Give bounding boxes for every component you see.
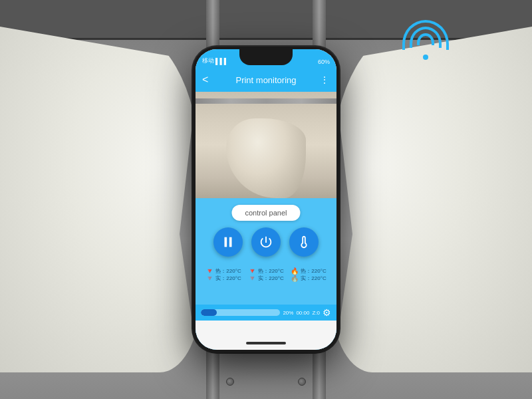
temperature-button[interactable]: [289, 227, 319, 257]
svg-rect-1: [229, 237, 231, 247]
wing-left: [0, 27, 200, 372]
bed-icon-b: 🔥: [291, 275, 299, 282]
progress-percent: 20%: [283, 310, 293, 316]
pause-icon: [221, 235, 235, 249]
settings-icon[interactable]: ⚙: [323, 307, 331, 318]
printer-rail: [196, 98, 336, 104]
progress-time: 00:00: [296, 310, 309, 316]
temp-actual-2: 实：220°C: [258, 275, 283, 282]
signal-icon: ▌▌▌: [215, 58, 228, 65]
nozzle-icon-2: 🔻: [248, 267, 256, 275]
nozzle-icon-1: 🔻: [205, 267, 213, 275]
temp-group-2: 🔻 热：220°C 🔻 实：220°C: [248, 267, 283, 282]
temp-row-3: 🔥 热：220°C: [291, 267, 326, 275]
svg-rect-0: [224, 237, 227, 247]
print-object: [226, 118, 306, 198]
progress-bar-fill: [201, 309, 217, 316]
temp-hot-2: 热：220°C: [258, 267, 283, 275]
phone-notch: [239, 49, 293, 65]
temp-actual-3: 实：220°C: [301, 275, 326, 282]
temperature-info: 🔻 热：220°C 🔻 实：220°C 🔻 热：220°C 🔻: [196, 267, 336, 282]
status-left: 移动 ▌▌▌: [202, 57, 228, 65]
thermometer-icon: [297, 235, 311, 249]
status-right: 60%: [318, 59, 330, 65]
pause-button[interactable]: [213, 227, 243, 257]
action-buttons-row: [196, 227, 336, 257]
temp-hot-1: 热：220°C: [215, 267, 241, 275]
wing-right: [332, 27, 532, 372]
wifi-dot: [423, 55, 428, 60]
back-button[interactable]: <: [202, 74, 208, 86]
menu-button[interactable]: ⋮: [320, 74, 330, 85]
temp-group-1: 🔻 热：220°C 🔻 实：220°C: [205, 267, 241, 282]
phone-device: 移动 ▌▌▌ 60% < Print monitoring ⋮: [193, 47, 339, 352]
camera-feed: [196, 92, 336, 198]
screw-left: [226, 378, 234, 386]
temp-actual-1: 实：220°C: [215, 275, 241, 282]
phone-bottom-area: [196, 321, 336, 350]
power-icon: [259, 235, 273, 249]
printer-top-bar: [0, 0, 532, 40]
nozzle-icon-2b: 🔻: [248, 275, 256, 282]
nozzle-icon-1b: 🔻: [205, 275, 213, 282]
home-indicator: [246, 342, 286, 344]
temp-row-1b: 🔻 实：220°C: [205, 275, 241, 282]
progress-axis: Z:0: [312, 310, 320, 316]
screw-right: [298, 378, 306, 386]
temp-row-2: 🔻 热：220°C: [248, 267, 283, 275]
progress-bar-bg: [201, 309, 280, 316]
temp-row-3b: 🔥 实：220°C: [291, 275, 326, 282]
app-title: Print monitoring: [235, 75, 296, 85]
wifi-icon: [399, 20, 452, 60]
main-scene: 移动 ▌▌▌ 60% < Print monitoring ⋮: [0, 0, 532, 399]
power-button[interactable]: [251, 227, 281, 257]
app-header: < Print monitoring ⋮: [196, 68, 336, 92]
temp-group-3: 🔥 热：220°C 🔥 实：220°C: [291, 267, 326, 282]
temp-hot-3: 热：220°C: [301, 267, 326, 275]
temp-row-1: 🔻 热：220°C: [205, 267, 241, 275]
battery-text: 60%: [318, 59, 330, 65]
progress-area: 20% 00:00 Z:0 ⚙: [196, 305, 336, 321]
phone-screen: 移动 ▌▌▌ 60% < Print monitoring ⋮: [196, 49, 336, 350]
control-panel-button[interactable]: control panel: [232, 205, 301, 221]
printer-screws: [226, 378, 306, 386]
carrier-text: 移动: [202, 57, 214, 65]
bed-icon: 🔥: [291, 267, 299, 275]
temp-row-2b: 🔻 实：220°C: [248, 275, 283, 282]
